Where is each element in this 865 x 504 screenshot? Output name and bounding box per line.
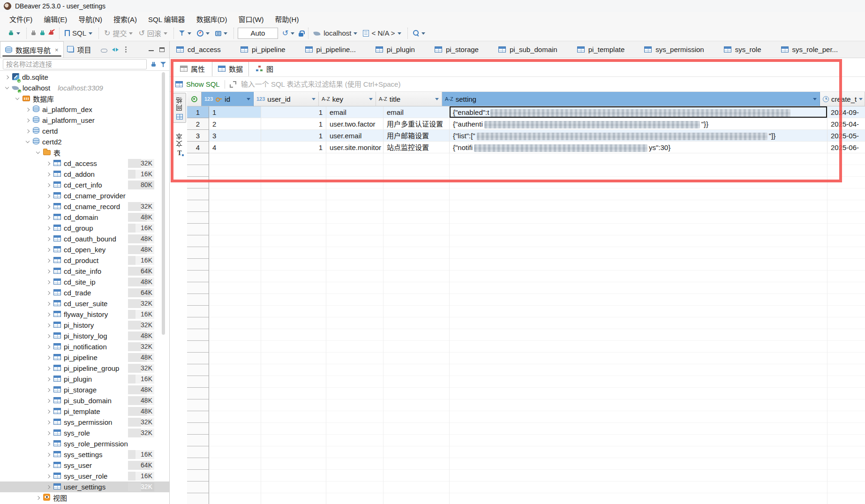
chevron-icon[interactable] xyxy=(46,258,50,262)
chevron-icon[interactable] xyxy=(46,312,50,316)
database-dropdown-icon[interactable] xyxy=(398,32,401,37)
tree-item-db.sqlite[interactable]: db.sqlite xyxy=(0,72,169,83)
editor-tab[interactable]: pi_storage xyxy=(428,41,492,58)
reconnect-icon[interactable] xyxy=(39,30,45,36)
chevron-icon[interactable] xyxy=(46,485,50,489)
tree-item-ai_platform_dex[interactable]: ai_platform_dex xyxy=(0,104,169,115)
tree-item-cd_cert_info[interactable]: cd_cert_info80K xyxy=(0,180,169,190)
transaction-mode-dropdown-icon[interactable] xyxy=(188,32,191,37)
cell-create-time[interactable]: 2025-06- xyxy=(827,142,865,153)
tree-item-cd_access[interactable]: cd_access32K xyxy=(0,158,169,169)
editor-tab[interactable]: pi_pipeline... xyxy=(299,41,369,58)
cell-setting[interactable]: {"notifiys":30} xyxy=(450,142,827,153)
rail-tab-text[interactable]: 文本 T xyxy=(173,129,186,159)
chevron-icon[interactable] xyxy=(5,75,9,79)
chevron-icon[interactable] xyxy=(46,452,50,456)
cell-user-id[interactable]: 1 xyxy=(261,142,326,153)
cell-id[interactable]: 1 xyxy=(209,106,261,118)
tree-item-视图[interactable]: 视图 xyxy=(0,492,169,503)
tree-item-ai_platform_user[interactable]: ai_platform_user xyxy=(0,115,169,126)
chevron-icon[interactable] xyxy=(46,226,50,230)
cell-id[interactable]: 2 xyxy=(209,118,261,130)
tree-item-sys_settings[interactable]: sys_settings16K xyxy=(0,449,169,460)
grid-corner-cell[interactable] xyxy=(187,92,202,106)
chevron-icon[interactable] xyxy=(5,85,9,89)
connection-selector[interactable]: localhost xyxy=(312,28,359,38)
tree-item-cd_cname_provider[interactable]: cd_cname_provider xyxy=(0,190,169,201)
navigator-scrollbar[interactable] xyxy=(162,72,165,335)
disconnect-button[interactable] xyxy=(48,29,54,37)
tree-item-certd[interactable]: certd xyxy=(0,126,169,136)
minimize-panel-icon[interactable] xyxy=(149,47,154,51)
row-number[interactable]: 3 xyxy=(187,130,209,142)
row-number[interactable]: 4 xyxy=(187,142,209,153)
connection-filter-input[interactable] xyxy=(3,59,147,69)
chevron-icon[interactable] xyxy=(46,183,50,187)
tree-item-cd_oauth_bound[interactable]: cd_oauth_bound48K xyxy=(0,233,169,244)
cell-title[interactable]: 用户邮箱设置 xyxy=(384,130,450,142)
tree-item-pi_storage[interactable]: pi_storage48K xyxy=(0,384,169,395)
chevron-icon[interactable] xyxy=(46,399,50,402)
tree-item-pi_notification[interactable]: pi_notification32K xyxy=(0,341,169,352)
chevron-icon[interactable] xyxy=(46,463,50,467)
editor-tab[interactable]: sys_role xyxy=(717,41,775,58)
column-dropdown-icon[interactable] xyxy=(859,98,863,102)
show-sql-button[interactable]: Show SQL xyxy=(175,80,220,88)
view-menu-icon[interactable] xyxy=(125,49,127,50)
chevron-icon[interactable] xyxy=(46,237,50,241)
menu-item[interactable]: 编辑(E) xyxy=(39,13,72,25)
rail-tab-grid[interactable]: 网格 xyxy=(173,93,186,123)
tree-item-cd_domain[interactable]: cd_domain48K xyxy=(0,212,169,223)
column-header-title[interactable]: A-Ztitle xyxy=(376,92,442,106)
cell-id[interactable]: 3 xyxy=(209,130,261,142)
column-dropdown-icon[interactable] xyxy=(312,98,316,102)
tree-item-cd_addon[interactable]: cd_addon16K xyxy=(0,169,169,180)
chevron-icon[interactable] xyxy=(36,496,40,499)
chevron-icon[interactable] xyxy=(46,409,50,413)
chevron-icon[interactable] xyxy=(46,377,50,381)
chevron-icon[interactable] xyxy=(46,355,50,359)
tab-data[interactable]: 数据 xyxy=(212,61,249,76)
expand-filter-icon[interactable] xyxy=(230,81,236,88)
menu-item[interactable]: 文件(F) xyxy=(5,13,37,25)
cell-title[interactable]: email xyxy=(384,106,450,118)
new-connection-dropdown-icon[interactable] xyxy=(16,32,20,37)
editor-tab[interactable]: pi_plugin xyxy=(369,41,428,58)
chevron-icon[interactable] xyxy=(36,150,40,154)
column-dropdown-icon[interactable] xyxy=(369,98,373,102)
tree-item-cd_site_info[interactable]: cd_site_info64K xyxy=(0,266,169,277)
navigator-filter-icon[interactable] xyxy=(160,61,166,68)
close-icon[interactable]: × xyxy=(55,46,59,53)
cell-key[interactable]: user.site.monitor xyxy=(326,142,384,153)
tab-properties[interactable]: 属性 xyxy=(174,61,211,76)
chevron-icon[interactable] xyxy=(46,280,50,284)
tree-item-sys_user_role[interactable]: sys_user_role16K xyxy=(0,471,169,481)
tree-item-表[interactable]: 表 xyxy=(0,147,169,158)
menu-item[interactable]: 窗口(W) xyxy=(233,13,268,25)
result-filter-input[interactable] xyxy=(241,80,865,88)
column-header-setting[interactable]: A-Zsetting xyxy=(442,92,820,106)
chevron-icon[interactable] xyxy=(46,323,50,327)
chevron-icon[interactable] xyxy=(26,139,30,143)
lock-icon[interactable] xyxy=(299,33,303,37)
column-dropdown-icon[interactable] xyxy=(813,98,817,102)
row-number[interactable]: 1 xyxy=(187,106,209,118)
cell-create-time[interactable]: 2024-09- xyxy=(827,106,865,118)
chevron-icon[interactable] xyxy=(46,388,50,391)
chevron-icon[interactable] xyxy=(46,172,50,176)
tasks-button[interactable] xyxy=(214,29,229,38)
chevron-icon[interactable] xyxy=(26,107,30,111)
editor-tab[interactable]: pi_pipeline xyxy=(234,41,299,58)
tree-item-pi_history_log[interactable]: pi_history_log48K xyxy=(0,331,169,341)
tree-item-certd2[interactable]: certd2 xyxy=(0,136,169,147)
tree-item-pi_history[interactable]: pi_history32K xyxy=(0,320,169,331)
tree-item-pi_pipeline_group[interactable]: pi_pipeline_group32K xyxy=(0,363,169,374)
column-dropdown-icon[interactable] xyxy=(247,98,250,102)
tree-item-user_settings[interactable]: user_settings32K xyxy=(0,481,169,492)
tree-item-cd_user_suite[interactable]: cd_user_suite32K xyxy=(0,298,169,309)
chevron-icon[interactable] xyxy=(46,366,50,370)
cell-id[interactable]: 4 xyxy=(209,142,261,153)
tree-item-sys_role[interactable]: sys_role32K xyxy=(0,428,169,438)
editor-tab[interactable]: pi_sub_domain xyxy=(492,41,571,58)
chevron-icon[interactable] xyxy=(46,334,50,338)
